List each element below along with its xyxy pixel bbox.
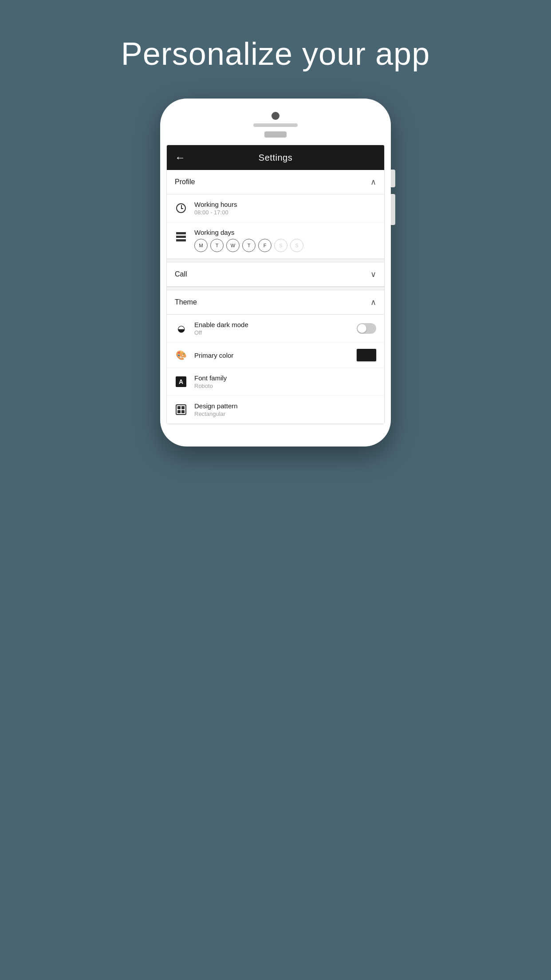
working-hours-value: 08:00 - 17:00	[194, 209, 376, 216]
day-T2[interactable]: T	[242, 239, 256, 252]
call-chevron: ∨	[370, 269, 376, 279]
profile-section-header[interactable]: Profile ∧	[167, 170, 384, 194]
phone-shell: ← Settings Profile ∧ Working hours 08:00…	[160, 99, 391, 447]
back-button[interactable]: ←	[175, 151, 185, 164]
phone-top	[166, 112, 385, 138]
color-swatch[interactable]	[357, 349, 376, 361]
days-row: M T W T F S S	[194, 239, 376, 252]
grid-icon	[175, 403, 187, 416]
dark-mode-label: Enable dark mode	[194, 321, 350, 328]
palette-icon: 🎨	[175, 349, 187, 361]
app-bar: ← Settings	[167, 145, 384, 170]
app-bar-title: Settings	[193, 153, 358, 163]
primary-color-text: Primary color	[194, 352, 350, 359]
side-button-1	[391, 170, 395, 187]
dark-mode-toggle[interactable]	[357, 323, 376, 334]
day-T1[interactable]: T	[210, 239, 224, 252]
working-days-label: Working days	[194, 229, 376, 236]
theme-section-header[interactable]: Theme ∧	[167, 290, 384, 315]
speaker	[253, 123, 298, 127]
primary-color-item[interactable]: 🎨 Primary color	[167, 343, 384, 368]
dark-mode-text: Enable dark mode Off	[194, 321, 350, 336]
design-pattern-value: Rectangular	[194, 411, 376, 417]
profile-chevron: ∧	[370, 177, 376, 187]
working-hours-text: Working hours 08:00 - 17:00	[194, 201, 376, 216]
settings-body: Profile ∧ Working hours 08:00 - 17:00	[167, 170, 384, 424]
screen: ← Settings Profile ∧ Working hours 08:00…	[166, 145, 385, 424]
day-M[interactable]: M	[194, 239, 208, 252]
font-icon: A	[175, 375, 187, 388]
working-hours-label: Working hours	[194, 201, 376, 208]
font-family-label: Font family	[194, 374, 376, 382]
font-family-value: Roboto	[194, 383, 376, 389]
working-days-text: Working days M T W T F S S	[194, 229, 376, 252]
divider-2	[167, 287, 384, 290]
call-section-title: Call	[175, 270, 187, 278]
day-S1[interactable]: S	[274, 239, 287, 252]
primary-color-label: Primary color	[194, 352, 350, 359]
dark-mode-item[interactable]: ◒ Enable dark mode Off	[167, 315, 384, 343]
working-hours-item[interactable]: Working hours 08:00 - 17:00	[167, 194, 384, 222]
day-F[interactable]: F	[258, 239, 272, 252]
toggle-knob	[358, 324, 366, 333]
theme-chevron: ∧	[370, 297, 376, 307]
fingerprint-sensor	[264, 131, 287, 138]
camera	[272, 112, 279, 120]
font-family-text: Font family Roboto	[194, 374, 376, 389]
design-pattern-text: Design pattern Rectangular	[194, 402, 376, 417]
design-pattern-label: Design pattern	[194, 402, 376, 410]
clock-icon	[175, 202, 187, 214]
profile-section-title: Profile	[175, 178, 195, 186]
design-pattern-item[interactable]: Design pattern Rectangular	[167, 396, 384, 424]
day-W[interactable]: W	[226, 239, 240, 252]
bars-icon	[175, 230, 187, 243]
day-S2[interactable]: S	[290, 239, 303, 252]
dark-mode-value: Off	[194, 329, 350, 336]
side-button-2	[391, 194, 395, 225]
call-section-header[interactable]: Call ∨	[167, 262, 384, 287]
page-headline: Personalize your app	[121, 36, 430, 72]
font-family-item[interactable]: A Font family Roboto	[167, 368, 384, 396]
working-days-item[interactable]: Working days M T W T F S S	[167, 222, 384, 259]
theme-section-title: Theme	[175, 298, 197, 306]
brightness-icon: ◒	[175, 322, 187, 335]
divider-1	[167, 259, 384, 262]
